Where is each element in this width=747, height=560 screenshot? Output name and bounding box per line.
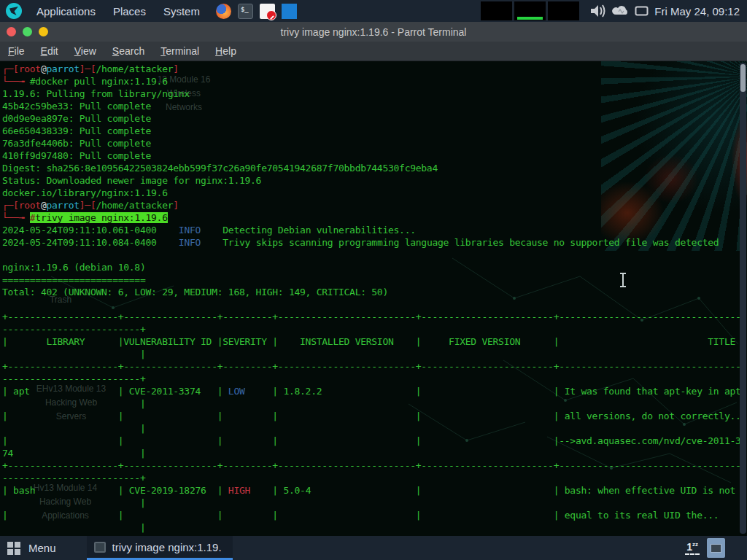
terminal-line: | bash | CVE-2019-18276 | HIGH | 5.0-4 |… [2,484,746,497]
window-close-button[interactable] [7,27,16,36]
terminal-line [2,298,746,311]
menu-terminal-label: Terminal [160,45,199,57]
workspace-2-active[interactable] [514,1,546,20]
menu-help-label: Help [215,45,236,57]
terminal-line: 76a3dfe4406b: Pull complete [2,137,746,149]
menu-edit-label: Edit [41,45,58,57]
menu-grid-icon [7,542,20,555]
window-maximize-button[interactable] [39,27,48,36]
workspace-1[interactable] [481,1,512,20]
terminal-line: Status: Downloaded newer image for nginx… [2,174,746,187]
system-tray [589,3,649,19]
terminal-line: Total: 402 (UNKNOWN: 6, LOW: 29, MEDIUM:… [2,286,746,298]
terminal-line: +--------------------+-----------------+… [2,360,746,373]
terminal-line: 74 | [2,447,746,459]
taskbar-menu-label: Menu [28,542,56,554]
places-menu[interactable]: Places [104,0,155,22]
menu-view[interactable]: View [66,42,104,61]
clock[interactable]: Fri May 24, 09:12 [654,5,740,18]
terminal-line: -------------------------+ [2,323,746,335]
terminal-line: 410ff9d97480: Pull complete [2,149,746,162]
menu-file-label: File [8,45,25,57]
terminal-output: ┌─[root@parrot]─[/home/attacker]└──╼ #do… [2,63,746,534]
terminal-line: | [2,497,746,509]
bottom-taskbar: Menu trivy image nginx:1.19.... 1zz [0,536,747,560]
terminal-line: -------------------------+ [2,472,746,484]
workspace-pager-icon[interactable]: 1zz [685,541,700,555]
task-terminal-icon [94,542,106,553]
window-titlebar: trivy image nginx:1.19.6 - Parrot Termin… [0,22,747,42]
terminal-line: 1.19.6: Pulling from library/nginx [2,88,746,100]
menu-search-label: Search [112,45,144,57]
terminal-scrollbar[interactable] [740,63,746,534]
terminal-window: 13 Module 16WirelessNetworksTrashEHv13 M… [0,61,747,536]
menu-file[interactable]: File [0,42,33,61]
terminal-line: 66e650438339: Pull complete [2,125,746,137]
menu-view-label: View [74,45,96,57]
terminal-line: 2024-05-24T09:11:10.061-0400 INFO Detect… [2,224,746,236]
terminal-line: -------------------------+ [2,373,746,385]
terminal-line [2,249,746,261]
workspace-switcher [481,1,579,20]
menu-edit[interactable]: Edit [33,42,66,61]
show-desktop-button[interactable] [707,538,725,558]
places-menu-label: Places [113,5,146,18]
terminal-icon[interactable] [238,4,253,19]
scrollbar-thumb[interactable] [740,64,746,92]
volume-icon[interactable] [589,3,607,19]
terminal-line: | [2,422,746,435]
terminal-line: 2024-05-24T09:11:10.084-0400 INFO Trivy … [2,236,746,249]
display-icon[interactable] [635,6,649,17]
screen: Applications Places System [0,0,747,560]
terminal-line: +--------------------+-----------------+… [2,459,746,472]
terminal-menubar: File Edit View Search Terminal Help [0,42,747,61]
firefox-icon[interactable] [216,4,231,19]
top-panel: Applications Places System [0,0,747,22]
parrot-menu-icon[interactable] [6,3,22,19]
terminal-line: | apt | CVE-2011-3374 | LOW | 1.8.2.2 | … [2,385,746,397]
terminal-line: | | | | | |-->avd.aquasec.com/nvd/cve-20… [2,435,746,447]
window-title: trivy image nginx:1.19.6 - Parrot Termin… [0,26,747,38]
text-cursor-pointer [619,272,627,288]
terminal-line: | | | | | | all versions, do not correct… [2,410,746,422]
system-menu-label: System [163,5,200,18]
system-menu[interactable]: System [155,0,209,22]
terminal-line: ========================== [2,273,746,286]
terminal-line: ┌─[root@parrot]─[/home/attacker] [2,63,746,75]
window-minimize-button[interactable] [23,27,32,36]
terminal-line: └──╼ #trivy image nginx:1.19.6 [2,211,746,224]
text-editor-icon[interactable] [260,4,275,19]
cloud-icon[interactable] [612,4,630,18]
terminal-line: | [2,397,746,410]
terminal-line: Digest: sha256:8e10956422503824ebb599f37… [2,162,746,174]
menu-search[interactable]: Search [104,42,152,61]
terminal-line: ┌─[root@parrot]─[/home/attacker] [2,199,746,211]
taskbar-menu-button[interactable]: Menu [0,536,66,560]
terminal-line: nginx:1.19.6 (debian 10.8) [2,261,746,273]
terminal-line: d0d9e9ea897e: Pull complete [2,112,746,125]
show-desktop-icon [711,544,721,553]
menu-terminal[interactable]: Terminal [152,42,207,61]
quick-launchers [216,4,297,19]
terminal-line: | | | | | | equal to its real UID the... [2,509,746,521]
taskbar-task-terminal[interactable]: trivy image nginx:1.19.... [87,536,233,560]
terminal-line: | [2,521,746,534]
terminal-line: docker.io/library/nginx:1.19.6 [2,187,746,199]
applications-menu-label: Applications [36,5,96,18]
terminal-line: +--------------------+-----------------+… [2,311,746,323]
terminal-line: | [2,348,746,360]
terminal-line: └──╼ #docker pull nginx:1.19.6 [2,75,746,88]
workspace-3[interactable] [548,1,579,20]
menu-help[interactable]: Help [207,42,244,61]
terminal-line: | LIBRARY |VULNERABILITY ID |SEVERITY | … [2,335,746,348]
applications-menu[interactable]: Applications [28,0,104,22]
terminal-line: 45b42c59be33: Pull complete [2,100,746,112]
task-label: trivy image nginx:1.19.... [112,541,221,553]
vscode-icon[interactable] [282,4,297,19]
